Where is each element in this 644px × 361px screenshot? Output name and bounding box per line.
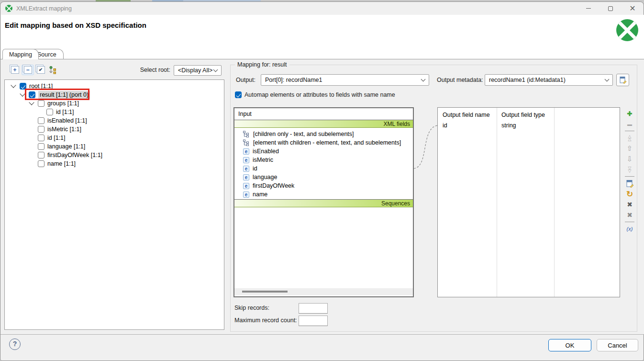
checkbox-unchecked[interactable] <box>38 135 44 141</box>
edit-metadata-button[interactable] <box>616 74 629 86</box>
collapse-all-icon: − <box>24 66 32 74</box>
move-to-bottom-button[interactable]: ▽ ▽ <box>624 164 635 175</box>
tab-strip: Mapping Source <box>1 49 644 59</box>
close-button[interactable]: ✕ <box>622 2 644 15</box>
xsd-tree-panel[interactable]: root [1:1] result [1:1] (port 0) groups … <box>4 79 224 330</box>
metadata-document-icon <box>626 180 634 188</box>
output-row-name[interactable]: id <box>443 122 447 129</box>
checkbox-unchecked[interactable] <box>38 100 44 107</box>
move-down-button[interactable]: ⇩ <box>624 154 635 164</box>
help-button[interactable]: ? <box>9 338 21 350</box>
xml-field-item[interactable]: [children only - text, and subelements] <box>234 130 413 138</box>
automap-checkbox[interactable] <box>235 91 242 98</box>
tree-row-groups[interactable]: groups [1:1] <box>5 99 224 108</box>
checkbox-unchecked[interactable] <box>46 109 53 115</box>
checkbox-checked[interactable] <box>20 83 26 90</box>
toolbar-divider <box>625 131 634 131</box>
wildcard-mapping-button[interactable]: (x) <box>624 224 635 234</box>
checkbox-checked[interactable] <box>29 91 35 98</box>
move-to-top-button[interactable]: △ △ <box>624 133 635 143</box>
wildcard-icon: (x) <box>627 226 633 232</box>
tree-label-selected: result [1:1] (port 0) <box>38 91 90 99</box>
arrow-down-icon: ⇩ <box>627 155 633 163</box>
double-chevron-down-icon: ▽ <box>628 169 632 172</box>
checkbox-unchecked[interactable] <box>38 160 44 167</box>
tree-row-id[interactable]: id [1:1] <box>5 134 224 142</box>
tree-row-ismetric[interactable]: isMetric [1:1] <box>5 125 224 134</box>
tree-row-result[interactable]: result [1:1] (port 0) <box>5 90 224 99</box>
output-metadata-dropdown[interactable]: recordName1 (id:Metadata1) <box>485 74 613 86</box>
check-selected-button[interactable]: ✔ <box>34 65 47 75</box>
scrollbar-thumb[interactable] <box>242 291 288 293</box>
xml-field-item[interactable]: e language <box>234 173 413 181</box>
checkbox-unchecked[interactable] <box>38 126 44 133</box>
chevron-down-icon <box>605 77 610 81</box>
xml-field-item[interactable]: e id <box>234 164 413 173</box>
xml-field-label: id <box>253 165 257 172</box>
cancel-button[interactable]: Cancel <box>597 339 638 351</box>
select-root-label: Select root: <box>115 65 170 75</box>
xml-structure-icon <box>243 131 250 137</box>
chevron-down-icon[interactable] <box>11 82 16 88</box>
chevron-down-icon[interactable] <box>20 91 25 96</box>
output-fields-table[interactable]: Output field name Output field type id s… <box>437 107 620 297</box>
add-field-button[interactable]: ✚ <box>624 108 635 119</box>
tree-row-root[interactable]: root [1:1] <box>5 82 224 90</box>
output-port-value: Port[0]: recordName1 <box>265 77 322 83</box>
ok-button[interactable]: OK <box>548 339 591 351</box>
automap-button[interactable]: ↻ <box>624 189 635 199</box>
chevron-down-icon <box>421 77 426 81</box>
expand-all-icon: + <box>11 66 19 74</box>
ok-label: OK <box>566 342 575 349</box>
remove-field-button[interactable]: ▬ <box>624 119 635 129</box>
xml-field-item[interactable]: e isMetric <box>234 156 413 164</box>
input-xml-fields-panel[interactable]: Input XML fields [children only - text, … <box>233 107 414 297</box>
clear-all-mappings-button[interactable]: ✖ <box>624 210 635 220</box>
maximize-button[interactable] <box>600 2 622 15</box>
tree-label: language [1:1] <box>47 143 85 150</box>
xmlextract-mapping-dialog: XMLExtract mapping ✕ Edit mapping based … <box>0 1 644 361</box>
tree-label: id [1:1] <box>56 109 74 115</box>
checkbox-unchecked[interactable] <box>38 152 44 158</box>
skip-records-input[interactable] <box>299 303 328 314</box>
refresh-icon: ↻ <box>626 189 633 199</box>
tree-label: groups [1:1] <box>47 100 79 107</box>
element-icon: e <box>243 183 249 189</box>
screen: XMLExtract mapping ✕ Edit mapping based … <box>0 0 644 361</box>
expand-all-button[interactable]: + <box>9 65 21 75</box>
tree-row-groups-id[interactable]: id [1:1] <box>5 108 224 116</box>
xml-field-item[interactable]: e isEnabled <box>234 147 413 156</box>
chevron-down-icon[interactable] <box>29 100 34 105</box>
title-bar[interactable]: XMLExtract mapping ✕ <box>0 2 644 15</box>
chevron-down-icon <box>213 67 218 72</box>
checkbox-unchecked[interactable] <box>38 143 44 150</box>
xml-field-label: isMetric <box>253 157 273 163</box>
edit-metadata-side-button[interactable] <box>624 178 635 189</box>
select-root-dropdown[interactable]: <Display All> <box>174 65 222 76</box>
tree-label: isEnabled [1:1] <box>47 117 87 124</box>
minimize-button[interactable] <box>577 2 600 15</box>
tree-row-firstdayofweek[interactable]: firstDayOfWeek [1:1] <box>5 151 224 159</box>
output-row-type[interactable]: string <box>501 122 516 129</box>
input-panel-title: Input <box>238 111 252 117</box>
toolbar-divider <box>625 222 634 222</box>
tree-row-name[interactable]: name [1:1] <box>5 159 224 168</box>
xml-field-item[interactable]: [element with children - element, text, … <box>234 138 413 147</box>
skip-records-label: Skip records: <box>234 303 269 313</box>
xml-field-item[interactable]: e firstDayOfWeek <box>234 181 413 190</box>
collapse-all-button[interactable]: − <box>22 65 34 75</box>
column-divider <box>497 108 497 297</box>
tab-mapping[interactable]: Mapping <box>2 49 39 59</box>
clear-mapping-button[interactable]: ✖ <box>624 199 635 210</box>
tree-row-language[interactable]: language [1:1] <box>5 142 224 151</box>
horizontal-scrollbar[interactable] <box>234 288 413 295</box>
tree-row-isenabled[interactable]: isEnabled [1:1] <box>5 116 224 125</box>
output-port-dropdown[interactable]: Port[0]: recordName1 <box>261 74 429 86</box>
xml-field-item[interactable]: e name <box>234 190 413 199</box>
automap-checkbox-row[interactable]: Automap elements or attributes to fields… <box>235 90 395 99</box>
order-elements-button[interactable] <box>46 65 58 75</box>
output-metadata-value: recordName1 (id:Metadata1) <box>489 77 566 83</box>
move-up-button[interactable]: ⇧ <box>624 143 635 154</box>
checkbox-unchecked[interactable] <box>38 117 44 124</box>
max-record-count-input[interactable] <box>299 316 328 326</box>
